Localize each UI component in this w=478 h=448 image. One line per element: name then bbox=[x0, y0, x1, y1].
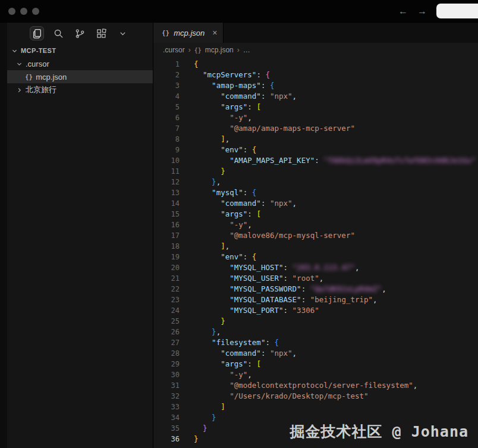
code-line[interactable]: 30 "-y", bbox=[153, 369, 478, 380]
code-line[interactable]: 34 } bbox=[153, 412, 478, 423]
code-line[interactable]: 27 "filesystem": { bbox=[153, 337, 478, 348]
line-number: 21 bbox=[153, 273, 180, 284]
code-line[interactable]: 8 ], bbox=[153, 134, 478, 145]
code-line-content: "-y", bbox=[180, 112, 252, 123]
line-number: 9 bbox=[153, 145, 180, 155]
code-line[interactable]: 33 ] bbox=[153, 402, 478, 412]
forward-button[interactable]: → bbox=[417, 7, 427, 16]
code-line[interactable]: 25 } bbox=[153, 316, 478, 327]
more-views-chevron-icon[interactable] bbox=[115, 26, 130, 40]
code-line-content: "@amap/amap-maps-mcp-server" bbox=[180, 123, 355, 134]
chevron-right-icon bbox=[16, 87, 23, 93]
line-number: 12 bbox=[153, 177, 180, 187]
code-line[interactable]: 32 "/Users/krado/Desktop/mcp-test" bbox=[153, 391, 478, 402]
code-line[interactable]: 1{ bbox=[153, 59, 478, 70]
code-line[interactable]: 15 "args": [ bbox=[153, 209, 478, 220]
line-number: 27 bbox=[153, 337, 180, 348]
code-line[interactable]: 16 "-y", bbox=[153, 220, 478, 230]
source-control-icon[interactable] bbox=[73, 26, 87, 40]
line-number: 19 bbox=[153, 252, 180, 262]
code-line-content: "env": { bbox=[180, 145, 256, 155]
explorer-icon[interactable] bbox=[30, 26, 44, 40]
line-number: 22 bbox=[153, 284, 180, 295]
code-line[interactable]: 10 "AMAP_MAPS_API_KEY": "fA8kQz2LmX9pR4s… bbox=[153, 155, 478, 166]
line-number: 16 bbox=[153, 220, 180, 230]
main-area: MCP-TEST .cursor {} mcp.json 北京旅行 bbox=[0, 23, 478, 448]
breadcrumb-file[interactable]: mcp.json bbox=[205, 46, 234, 54]
line-number: 14 bbox=[153, 198, 180, 209]
left-edge-strip bbox=[0, 23, 7, 448]
code-line[interactable]: 28 "command": "npx", bbox=[153, 348, 478, 359]
code-line[interactable]: 6 "-y", bbox=[153, 112, 478, 123]
code-line[interactable]: 21 "MYSQL_USER": "root", bbox=[153, 273, 478, 284]
line-number: 35 bbox=[153, 423, 180, 434]
tab-label: mcp.json bbox=[174, 29, 205, 37]
code-line[interactable]: 26 }, bbox=[153, 327, 478, 337]
code-line-content: "MYSQL_DATABASE": "beijing_trip", bbox=[180, 295, 378, 305]
titlebar-search-field[interactable] bbox=[436, 4, 478, 18]
minimize-window-button[interactable] bbox=[20, 8, 27, 15]
line-number: 31 bbox=[153, 380, 180, 391]
line-number: 28 bbox=[153, 348, 180, 359]
code-line-content: } bbox=[180, 423, 207, 434]
code-line[interactable]: 17 "@malove86/mcp-mysql-server" bbox=[153, 230, 478, 241]
code-line[interactable]: 9 "env": { bbox=[153, 145, 478, 155]
redacted-value: "203.0.113.47" bbox=[293, 263, 355, 272]
tab-close-icon[interactable]: × bbox=[212, 28, 217, 37]
code-line[interactable]: 36} bbox=[153, 434, 478, 444]
extensions-icon[interactable] bbox=[94, 26, 108, 40]
code-line[interactable]: 24 "MYSQL_PORT": "3306" bbox=[153, 305, 478, 316]
code-line[interactable]: 4 "command": "npx", bbox=[153, 91, 478, 102]
sidebar-item-mcp-json[interactable]: {} mcp.json bbox=[7, 70, 153, 83]
sidebar-item-beijing-trip-folder[interactable]: 北京旅行 bbox=[7, 83, 153, 96]
search-icon[interactable] bbox=[51, 26, 65, 40]
code-line-content: "mcpServers": { bbox=[180, 70, 270, 80]
code-editor[interactable]: 1{2 "mcpServers": {3 "amap-maps": {4 "co… bbox=[153, 57, 478, 448]
line-number: 30 bbox=[153, 369, 180, 380]
code-line[interactable]: 5 "args": [ bbox=[153, 102, 478, 112]
code-line[interactable]: 20 "MYSQL_HOST": "203.0.113.47", bbox=[153, 262, 478, 273]
code-line[interactable]: 18 ], bbox=[153, 241, 478, 252]
traffic-lights bbox=[8, 8, 39, 15]
code-line[interactable]: 31 "@modelcontextprotocol/server-filesys… bbox=[153, 380, 478, 391]
code-line[interactable]: 22 "MYSQL_PASSWORD": "Qw7dK92xLpR4mZ", bbox=[153, 284, 478, 295]
sidebar: MCP-TEST .cursor {} mcp.json 北京旅行 bbox=[7, 23, 153, 448]
json-file-icon: {} bbox=[25, 73, 33, 81]
workspace-name: MCP-TEST bbox=[21, 47, 56, 54]
code-line[interactable]: 13 "mysql": { bbox=[153, 187, 478, 198]
back-button[interactable]: ← bbox=[398, 7, 408, 16]
code-line[interactable]: 14 "command": "npx", bbox=[153, 198, 478, 209]
code-line[interactable]: 7 "@amap/amap-maps-mcp-server" bbox=[153, 123, 478, 134]
breadcrumb-symbol[interactable]: … bbox=[243, 46, 250, 54]
code-line-content: "command": "npx", bbox=[180, 198, 297, 209]
code-line[interactable]: 3 "amap-maps": { bbox=[153, 80, 478, 91]
line-number: 7 bbox=[153, 123, 180, 134]
tab-mcp-json[interactable]: {} mcp.json × bbox=[153, 23, 224, 43]
sidebar-item-cursor-folder[interactable]: .cursor bbox=[7, 57, 153, 70]
code-line-content: "-y", bbox=[180, 369, 252, 380]
code-line[interactable]: 29 "args": [ bbox=[153, 359, 478, 369]
code-line-content: "filesystem": { bbox=[180, 337, 279, 348]
code-line-content: "command": "npx", bbox=[180, 348, 297, 359]
code-line-content: ], bbox=[180, 241, 229, 252]
code-line[interactable]: 19 "env": { bbox=[153, 252, 478, 262]
line-number: 36 bbox=[153, 434, 180, 444]
code-line[interactable]: 12 }, bbox=[153, 177, 478, 187]
line-number: 26 bbox=[153, 327, 180, 337]
code-line[interactable]: 2 "mcpServers": { bbox=[153, 70, 478, 80]
workspace-section-header[interactable]: MCP-TEST bbox=[7, 44, 153, 57]
redacted-value: "Qw7dK92xLpR4mZ" bbox=[310, 284, 382, 293]
code-line-content: "MYSQL_USER": "root", bbox=[180, 273, 323, 284]
code-line-content: "env": { bbox=[180, 252, 256, 262]
line-number: 15 bbox=[153, 209, 180, 220]
maximize-window-button[interactable] bbox=[32, 8, 39, 15]
json-file-icon: {} bbox=[162, 29, 169, 37]
breadcrumb-folder[interactable]: .cursor bbox=[163, 46, 185, 54]
code-line[interactable]: 11 } bbox=[153, 166, 478, 177]
close-window-button[interactable] bbox=[8, 8, 15, 15]
breadcrumb: .cursor › {} mcp.json › … bbox=[153, 43, 478, 57]
line-number: 11 bbox=[153, 166, 180, 177]
code-line[interactable]: 23 "MYSQL_DATABASE": "beijing_trip", bbox=[153, 295, 478, 305]
code-line[interactable]: 35 } bbox=[153, 423, 478, 434]
code-line-content: } bbox=[180, 434, 199, 444]
